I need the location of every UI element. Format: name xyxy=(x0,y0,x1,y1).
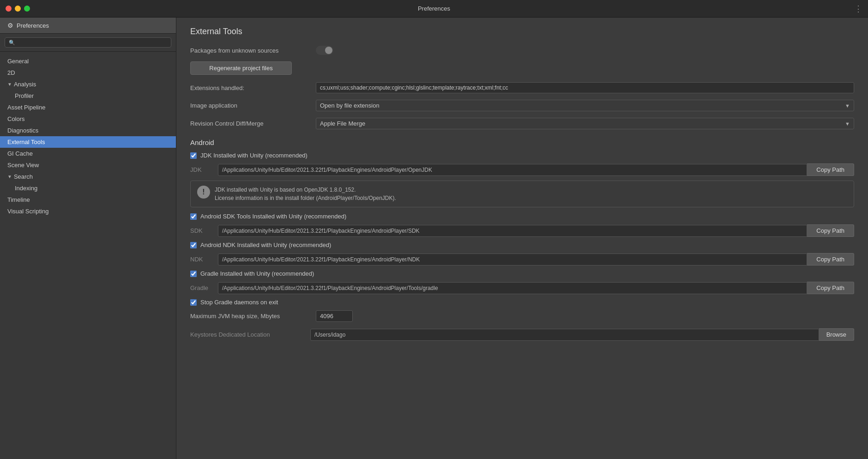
sidebar-item-search[interactable]: ▼ Search xyxy=(0,171,176,182)
jdk-copy-path-button[interactable]: Copy Path xyxy=(807,163,854,176)
stop-gradle-label: Stop Gradle daemons on exit xyxy=(200,299,278,306)
warning-icon: ! xyxy=(197,186,210,199)
sidebar-item-colors[interactable]: Colors xyxy=(0,113,176,125)
jdk-path-label: JDK xyxy=(190,166,218,173)
sidebar-item-profiler[interactable]: Profiler xyxy=(0,90,176,102)
sdk-checkbox-row: Android SDK Tools Installed with Unity (… xyxy=(190,213,854,220)
traffic-lights xyxy=(6,6,30,12)
revision-value: Apple File Merge xyxy=(320,120,365,127)
chevron-down-icon-search: ▼ xyxy=(7,174,12,179)
revision-row: Revision Control Diff/Merge Apple File M… xyxy=(190,118,854,129)
gradle-path-label: Gradle xyxy=(190,284,218,291)
page-title: External Tools xyxy=(190,27,854,36)
minimize-button[interactable] xyxy=(15,6,21,12)
ndk-path-input: /Applications/Unity/Hub/Editor/2021.3.22… xyxy=(218,254,807,266)
max-jvm-row: Maximum JVM heap size, Mbytes xyxy=(190,310,854,322)
ndk-checkbox-label: Android NDK Installed with Unity (recomm… xyxy=(200,242,331,248)
sidebar-item-scene-view[interactable]: Scene View xyxy=(0,159,176,171)
regen-button[interactable]: Regenerate project files xyxy=(190,61,292,75)
toggle-knob xyxy=(325,47,332,54)
android-section-title: Android xyxy=(190,139,854,146)
search-icon: 🔍 xyxy=(9,40,15,46)
sdk-copy-path-button[interactable]: Copy Path xyxy=(807,224,854,237)
gradle-copy-path-button[interactable]: Copy Path xyxy=(807,282,854,294)
sidebar-tab: ⚙ Preferences xyxy=(0,18,176,34)
ndk-path-label: NDK xyxy=(190,256,218,263)
close-button[interactable] xyxy=(6,6,12,12)
sidebar-search-bar: 🔍 xyxy=(0,34,176,52)
sidebar-nav: General 2D ▼ Analysis Profiler Asset Pip… xyxy=(0,52,176,459)
sidebar-item-gi-cache[interactable]: GI Cache xyxy=(0,148,176,159)
jdk-checkbox-label: JDK Installed with Unity (recommended) xyxy=(200,152,307,159)
sdk-path-row: SDK /Applications/Unity/Hub/Editor/2021.… xyxy=(190,224,854,237)
stop-gradle-row: Stop Gradle daemons on exit xyxy=(190,299,854,306)
packages-label: Packages from unknown sources xyxy=(190,47,310,54)
maximize-button[interactable] xyxy=(24,6,30,12)
sdk-checkbox[interactable] xyxy=(190,213,197,220)
jdk-warning-box: ! JDK installed with Unity is based on O… xyxy=(190,181,854,207)
keystores-label: Keystores Dedicated Location xyxy=(190,331,310,338)
gradle-checkbox-label: Gradle Installed with Unity (recommended… xyxy=(200,270,314,277)
jdk-checkbox-row: JDK Installed with Unity (recommended) xyxy=(190,152,854,159)
image-app-row: Image application Open by file extension… xyxy=(190,100,854,111)
extensions-value: cs;uxml;uss;shader;compute;cginc;hlsl;gl… xyxy=(316,82,854,93)
sidebar-item-analysis[interactable]: ▼ Analysis xyxy=(0,79,176,90)
menu-dots-icon[interactable]: ⋮ xyxy=(854,4,862,14)
gradle-checkbox-row: Gradle Installed with Unity (recommended… xyxy=(190,270,854,277)
sidebar: ⚙ Preferences 🔍 General 2D ▼ Analysis Pr… xyxy=(0,18,176,459)
max-jvm-input[interactable] xyxy=(316,310,353,322)
chevron-down-icon: ▼ xyxy=(7,82,12,87)
window-title: Preferences xyxy=(418,5,450,12)
packages-toggle[interactable] xyxy=(316,46,333,55)
image-app-value: Open by file extension xyxy=(320,102,380,109)
keystores-row: Keystores Dedicated Location /Users/idag… xyxy=(190,328,854,341)
browse-button[interactable]: Browse xyxy=(819,328,854,341)
sidebar-item-indexing[interactable]: Indexing xyxy=(0,182,176,194)
chevron-down-icon-revision: ▼ xyxy=(845,121,850,127)
sdk-path-input: /Applications/Unity/Hub/Editor/2021.3.22… xyxy=(218,225,807,237)
revision-select[interactable]: Apple File Merge ▼ xyxy=(316,118,854,129)
keystores-path-input: /Users/idago xyxy=(310,329,819,341)
sidebar-tab-label: Preferences xyxy=(17,22,49,29)
stop-gradle-checkbox[interactable] xyxy=(190,299,197,306)
image-app-select[interactable]: Open by file extension ▼ xyxy=(316,100,854,111)
warning-text: JDK installed with Unity is based on Ope… xyxy=(215,186,396,202)
ndk-checkbox[interactable] xyxy=(190,242,197,248)
main-content: External Tools Packages from unknown sou… xyxy=(176,18,868,459)
ndk-copy-path-button[interactable]: Copy Path xyxy=(807,253,854,266)
search-input[interactable] xyxy=(18,39,167,46)
sdk-path-label: SDK xyxy=(190,227,218,234)
chevron-down-icon: ▼ xyxy=(845,103,850,109)
sidebar-item-external-tools[interactable]: External Tools xyxy=(0,136,176,148)
sidebar-item-general[interactable]: General xyxy=(0,55,176,67)
ndk-path-row: NDK /Applications/Unity/Hub/Editor/2021.… xyxy=(190,253,854,266)
sidebar-item-asset-pipeline[interactable]: Asset Pipeline xyxy=(0,102,176,113)
packages-row: Packages from unknown sources xyxy=(190,46,854,55)
sdk-checkbox-label: Android SDK Tools Installed with Unity (… xyxy=(200,213,346,220)
search-wrapper: 🔍 xyxy=(5,37,171,48)
sidebar-item-timeline[interactable]: Timeline xyxy=(0,194,176,205)
gradle-path-input: /Applications/Unity/Hub/Editor/2021.3.22… xyxy=(218,282,807,294)
extensions-label: Extensions handled: xyxy=(190,85,310,91)
gradle-checkbox[interactable] xyxy=(190,271,197,277)
title-bar: Preferences ⋮ xyxy=(0,0,868,18)
gear-icon: ⚙ xyxy=(7,22,13,29)
sidebar-item-visual-scripting[interactable]: Visual Scripting xyxy=(0,205,176,217)
ndk-checkbox-row: Android NDK Installed with Unity (recomm… xyxy=(190,242,854,248)
jdk-checkbox[interactable] xyxy=(190,152,197,159)
app-container: ⚙ Preferences 🔍 General 2D ▼ Analysis Pr… xyxy=(0,18,868,459)
revision-label: Revision Control Diff/Merge xyxy=(190,120,310,127)
sidebar-item-2d[interactable]: 2D xyxy=(0,67,176,79)
gradle-path-row: Gradle /Applications/Unity/Hub/Editor/20… xyxy=(190,282,854,294)
extensions-row: Extensions handled: cs;uxml;uss;shader;c… xyxy=(190,82,854,93)
image-app-label: Image application xyxy=(190,102,310,109)
jdk-path-row: JDK /Applications/Unity/Hub/Editor/2021.… xyxy=(190,163,854,176)
max-jvm-label: Maximum JVM heap size, Mbytes xyxy=(190,313,310,320)
jdk-path-input: /Applications/Unity/Hub/Editor/2021.3.22… xyxy=(218,164,807,176)
sidebar-item-diagnostics[interactable]: Diagnostics xyxy=(0,125,176,136)
